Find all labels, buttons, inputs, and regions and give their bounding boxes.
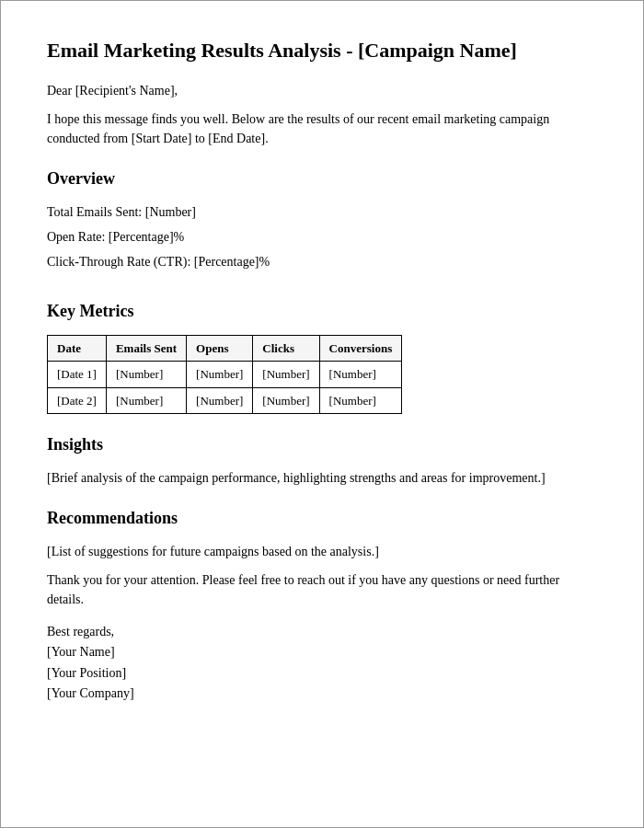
recommendations-text: [List of suggestions for future campaign…: [47, 542, 597, 561]
signer-name: [Your Name]: [47, 642, 597, 662]
salutation: Dear [Recipient's Name],: [47, 81, 597, 100]
signer-company: [Your Company]: [47, 684, 597, 704]
table-row: [Date 2][Number][Number][Number][Number]: [48, 387, 402, 414]
intro-text: I hope this message finds you well. Belo…: [47, 109, 597, 148]
col-opens: Opens: [187, 335, 253, 362]
col-conversions: Conversions: [319, 335, 402, 362]
table-cell-r0-c1: [Number]: [106, 362, 186, 388]
table-cell-r0-c3: [Number]: [253, 362, 319, 388]
recommendations-heading: Recommendations: [47, 506, 597, 531]
document: Email Marketing Results Analysis - [Camp…: [0, 0, 644, 828]
table-cell-r0-c2: [Number]: [187, 362, 253, 388]
table-cell-r0-c0: [Date 1]: [48, 362, 107, 388]
table-cell-r1-c0: [Date 2]: [48, 387, 107, 414]
table-body: [Date 1][Number][Number][Number][Number]…: [48, 362, 402, 414]
table-cell-r0-c4: [Number]: [319, 362, 402, 388]
key-metrics-heading: Key Metrics: [47, 299, 597, 324]
table-cell-r1-c1: [Number]: [106, 387, 186, 414]
table-row: [Date 1][Number][Number][Number][Number]: [48, 362, 402, 388]
table-cell-r1-c3: [Number]: [253, 387, 319, 414]
table-cell-r1-c4: [Number]: [319, 387, 402, 414]
overview-item-1: Open Rate: [Percentage]%: [47, 227, 597, 247]
sign-off: Best regards,: [47, 622, 597, 642]
table-header-row: Date Emails Sent Opens Clicks Conversion…: [48, 335, 402, 362]
closing-text: Thank you for your attention. Please fee…: [47, 570, 597, 609]
overview-heading: Overview: [47, 167, 597, 191]
col-date: Date: [48, 335, 107, 362]
table-cell-r1-c2: [Number]: [187, 387, 253, 414]
metrics-table: Date Emails Sent Opens Clicks Conversion…: [47, 335, 402, 415]
overview-item-0: Total Emails Sent: [Number]: [47, 202, 597, 222]
col-emails-sent: Emails Sent: [106, 335, 186, 362]
document-title: Email Marketing Results Analysis - [Camp…: [47, 38, 597, 64]
insights-text: [Brief analysis of the campaign performa…: [47, 468, 597, 488]
insights-heading: Insights: [47, 432, 597, 457]
overview-items: Total Emails Sent: [Number] Open Rate: […: [47, 202, 597, 271]
signer-position: [Your Position]: [47, 663, 597, 684]
col-clicks: Clicks: [253, 335, 319, 362]
overview-item-2: Click-Through Rate (CTR): [Percentage]%: [47, 252, 597, 271]
signature-block: Best regards, [Your Name] [Your Position…: [47, 622, 597, 705]
